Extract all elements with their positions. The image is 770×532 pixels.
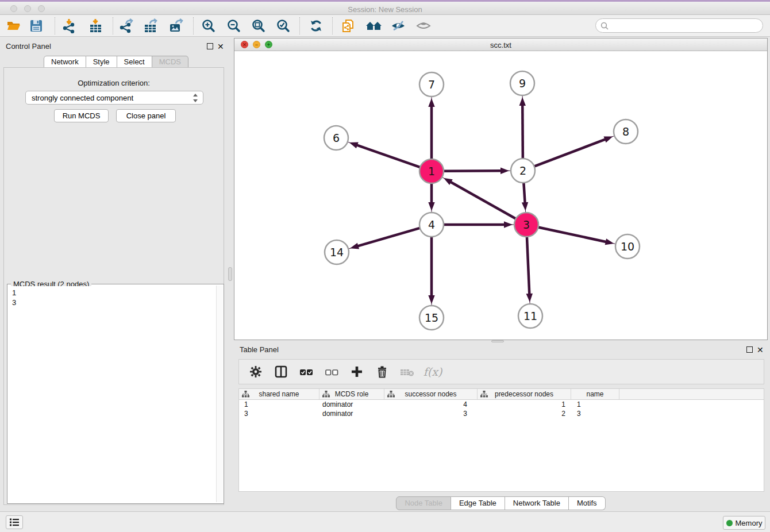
graph-edge-1-4[interactable] [428,183,434,213]
zoom-in-icon[interactable] [201,18,217,34]
tab-mcds[interactable]: MCDS [152,56,188,68]
tab-motifs[interactable]: Motifs [569,496,606,510]
mcds-result-list[interactable]: 1 3 [9,286,215,502]
close-panel-button[interactable]: Close panel [116,109,176,122]
select-all-checkboxes-icon[interactable] [298,363,315,380]
window-title: Session: New Session [0,5,770,14]
column-header-predecessor-nodes[interactable]: predecessor nodes [478,389,571,399]
task-history-button[interactable] [6,515,23,529]
graph-edge-4-15[interactable] [428,237,434,306]
graph-node-14[interactable]: 14 [325,240,349,264]
function-builder-icon[interactable]: f(x) [424,363,441,380]
status-bar: Memory [0,511,770,532]
column-header-name[interactable]: name [571,389,619,399]
home-layout-icon[interactable] [365,18,382,34]
table-panel-close-button[interactable]: ✕ [757,347,764,353]
search-field[interactable] [595,18,763,33]
graph-node-6[interactable]: 6 [324,126,348,150]
clone-network-icon[interactable] [340,18,356,34]
table-settings-gear-icon[interactable] [247,363,264,380]
graph-node-7[interactable]: 7 [419,72,444,97]
graph-edge-3-10[interactable] [538,227,616,245]
graph-edge-2-3[interactable] [522,183,528,213]
svg-text:8: 8 [622,125,629,138]
zoom-selected-icon[interactable] [275,18,291,34]
network-graph-canvas[interactable]: 7968124314101511 [234,51,767,340]
open-folder-icon[interactable] [5,18,21,34]
control-panel-close-button[interactable]: ✕ [217,44,224,50]
hide-details-eye-icon[interactable] [390,18,406,34]
graph-edge-4-3[interactable] [444,221,514,228]
optimization-criterion-value: strongly connected component [32,94,192,102]
column-header-mcds-role[interactable]: MCDS role [319,389,384,399]
control-panel-title: Control Panel [6,42,51,51]
panel-divider-horizontal[interactable] [491,340,504,342]
tab-node-table[interactable]: Node Table [396,496,451,510]
save-session-icon[interactable] [28,18,44,34]
graph-edge-3-11[interactable] [526,237,533,304]
zoom-out-icon[interactable] [226,18,242,34]
show-details-eye-icon[interactable] [415,18,432,34]
graph-edge-1-7[interactable] [428,97,434,159]
graph-edge-4-14[interactable] [348,228,420,249]
graph-node-4[interactable]: 4 [419,213,444,237]
delete-table-icon[interactable] [399,363,416,380]
control-panel-header: Control Panel ✕ [0,40,228,53]
tab-network[interactable]: Network [44,56,86,68]
control-panel-tabs: Network Style Select MCDS [44,56,188,68]
tab-edge-table[interactable]: Edge Table [451,496,505,510]
panel-divider-vertical[interactable] [228,37,234,511]
graph-node-3[interactable]: 3 [514,213,538,237]
window-titlebar: Session: New Session [0,0,770,15]
export-network-icon[interactable] [118,18,134,34]
memory-status-button[interactable]: Memory [723,516,765,530]
table-row[interactable]: 1 dominator 4 1 1 [239,400,764,409]
delete-column-trash-icon[interactable] [374,363,391,380]
deselect-checkboxes-icon[interactable] [323,363,340,380]
svg-text:14: 14 [330,246,344,259]
import-network-icon[interactable] [60,18,76,34]
search-icon [600,22,609,30]
export-table-icon[interactable] [143,18,159,34]
refresh-view-icon[interactable] [308,18,324,34]
graph-edge-2-8[interactable] [534,136,615,166]
tab-style[interactable]: Style [86,56,117,68]
mcds-result-scrollbar[interactable] [216,286,223,502]
network-view-window: ✕ − + scc.txt 7968124314101511 [234,38,768,340]
search-input[interactable] [611,21,763,30]
svg-text:10: 10 [621,240,634,253]
graph-edge-1-2[interactable] [444,168,511,174]
table-row[interactable]: 3 dominator 3 2 3 [239,409,764,418]
svg-text:6: 6 [333,132,340,144]
run-mcds-button[interactable]: Run MCDS [54,109,109,122]
graph-edge-3-1[interactable] [442,177,515,218]
optimization-criterion-select[interactable]: strongly connected component [25,91,203,105]
split-columns-icon[interactable] [272,363,290,380]
node-table-header: shared name MCDS role successor nodes pr… [239,389,764,400]
graph-node-2[interactable]: 2 [511,159,535,183]
tab-network-table[interactable]: Network Table [505,496,569,510]
mcds-result-groupbox: MCDS result (2 nodes) 1 3 [7,284,224,504]
column-type-icon [322,391,330,399]
graph-node-8[interactable]: 8 [614,119,638,144]
graph-edge-2-9[interactable] [519,95,526,159]
column-header-successor-nodes[interactable]: successor nodes [384,389,478,399]
control-panel-float-button[interactable] [207,43,213,49]
graph-node-9[interactable]: 9 [510,71,534,95]
add-column-icon[interactable] [348,363,365,380]
table-panel-float-button[interactable] [746,346,753,353]
graph-node-15[interactable]: 15 [419,306,444,330]
graph-node-10[interactable]: 10 [615,234,640,259]
graph-node-1[interactable]: 1 [419,159,444,183]
svg-text:11: 11 [523,310,537,322]
mcds-result-line: 3 [12,298,212,307]
zoom-fit-icon[interactable] [251,18,267,34]
export-image-icon[interactable] [168,18,184,34]
tab-select[interactable]: Select [117,56,152,68]
import-table-icon[interactable] [87,18,103,34]
network-view-titlebar: ✕ − + scc.txt [234,38,767,51]
column-header-shared-name[interactable]: shared name [239,389,319,399]
graph-node-11[interactable]: 11 [518,304,542,328]
graph-edge-1-6[interactable] [348,142,420,167]
column-type-icon [387,391,395,399]
